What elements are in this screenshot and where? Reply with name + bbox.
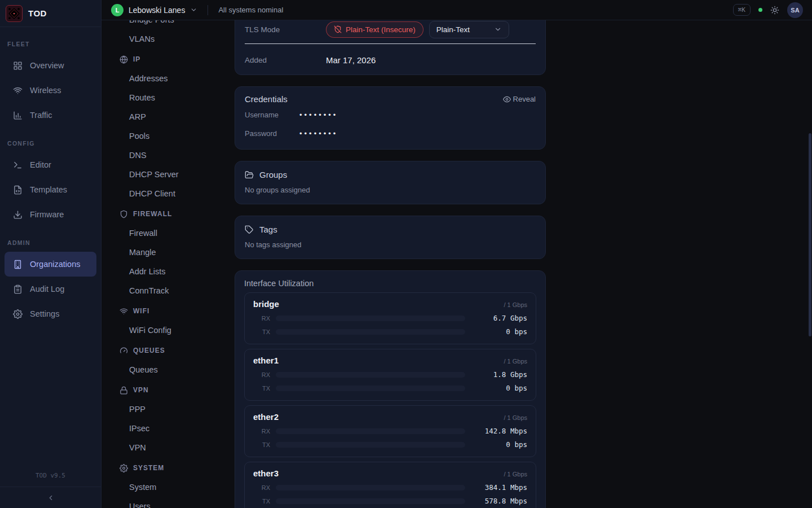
health-dot-icon bbox=[758, 8, 762, 12]
sidebar-item-overview[interactable]: Overview bbox=[5, 53, 96, 78]
groups-card: Groups No groups assigned bbox=[235, 161, 546, 204]
wifi-icon bbox=[13, 86, 23, 95]
subnav-item-vlans[interactable]: VLANs bbox=[120, 29, 235, 49]
nav-section-admin: ADMIN bbox=[0, 236, 101, 252]
nav-section-fleet: FLEET bbox=[0, 37, 101, 53]
globe-icon bbox=[120, 55, 128, 64]
subnav-item-dhcp-server[interactable]: DHCP Server bbox=[120, 165, 235, 184]
subnav-section-queues: QUEUES bbox=[120, 341, 235, 360]
subnav-item-wifi-config[interactable]: WiFi Config bbox=[120, 321, 235, 340]
download-icon bbox=[13, 210, 23, 220]
chevron-left-icon bbox=[47, 494, 55, 502]
subnav-item-queues[interactable]: Queues bbox=[120, 360, 235, 379]
tags-empty-text: No tags assigned bbox=[245, 240, 536, 249]
main-area: L Lebowski Lanes All systems nominal ⌘K … bbox=[102, 0, 812, 508]
tx-bar-track bbox=[276, 386, 465, 391]
lock-icon bbox=[120, 386, 128, 395]
theme-toggle-sun-icon[interactable] bbox=[770, 6, 779, 15]
tx-value: 578.8 Mbps bbox=[471, 497, 527, 505]
building-icon bbox=[13, 260, 23, 269]
brand-name: TOD bbox=[28, 8, 47, 18]
chart-icon bbox=[13, 111, 23, 120]
rx-value: 6.7 Gbps bbox=[471, 314, 527, 322]
subnav-item-conntrack[interactable]: ConnTrack bbox=[120, 281, 235, 300]
chevron-down-icon bbox=[190, 6, 197, 14]
sidebar-item-settings[interactable]: Settings bbox=[5, 301, 96, 326]
sidebar-item-organizations[interactable]: Organizations bbox=[5, 252, 96, 277]
subnav-section-vpn: VPN bbox=[120, 380, 235, 400]
sidebar-item-templates[interactable]: Templates bbox=[5, 177, 96, 202]
org-switcher[interactable]: L Lebowski Lanes bbox=[111, 4, 197, 16]
subnav-item-dns[interactable]: DNS bbox=[120, 146, 235, 165]
password-masked-value: •••••••• bbox=[299, 129, 338, 138]
username-masked-value: •••••••• bbox=[299, 111, 338, 119]
tx-value: 0 bps bbox=[471, 327, 527, 336]
rx-bar-track bbox=[276, 428, 465, 434]
reveal-credentials-button[interactable]: Reveal bbox=[503, 95, 536, 103]
capacity-label: / 1 Gbps bbox=[504, 414, 527, 421]
tags-card: Tags No tags assigned bbox=[235, 216, 546, 259]
username-label: Username bbox=[245, 111, 299, 119]
command-palette-shortcut[interactable]: ⌘K bbox=[733, 4, 751, 16]
content-area: Bridge Ports VLANs IP Addresses Routes A… bbox=[102, 20, 812, 508]
interface-utilization-title: Interface Utilization bbox=[244, 279, 536, 288]
interface-row-ether1: ether1 / 1 Gbps RX 1.8 Gbps TX 0 bps bbox=[244, 349, 536, 401]
rx-label: RX bbox=[253, 428, 270, 435]
subnav-item-system[interactable]: System bbox=[120, 478, 235, 497]
clipboard-icon bbox=[13, 284, 23, 294]
sidebar-footer: TOD v9.5 bbox=[0, 472, 101, 508]
subnav-item-ppp[interactable]: PPP bbox=[120, 400, 235, 419]
eye-icon bbox=[503, 95, 511, 103]
subnav-item-routes[interactable]: Routes bbox=[120, 88, 235, 107]
subnav-item-firewall[interactable]: Firewall bbox=[120, 224, 235, 243]
subnav-item-bridge-ports[interactable]: Bridge Ports bbox=[120, 20, 235, 29]
rx-bar-track bbox=[276, 485, 465, 491]
wifi-icon bbox=[120, 307, 128, 316]
subnav-section-system: SYSTEM bbox=[120, 458, 235, 478]
topbar: L Lebowski Lanes All systems nominal ⌘K … bbox=[102, 0, 812, 20]
tx-label: TX bbox=[253, 329, 270, 335]
sidebar-item-wireless[interactable]: Wireless bbox=[5, 78, 96, 103]
terminal-icon bbox=[13, 160, 23, 170]
sidebar-collapse-button[interactable] bbox=[0, 487, 101, 508]
sidebar-item-firmware[interactable]: Firmware bbox=[5, 202, 96, 227]
credentials-card: Credentials Reveal Username •••••••• Pas… bbox=[235, 86, 546, 150]
rx-value: 142.8 Mbps bbox=[471, 427, 527, 435]
subnav-item-pools[interactable]: Pools bbox=[120, 126, 235, 146]
sidebar-item-editor[interactable]: Editor bbox=[5, 152, 96, 177]
system-status-text: All systems nominal bbox=[218, 6, 283, 14]
rx-value: 1.8 Gbps bbox=[471, 370, 527, 379]
sidebar-item-traffic[interactable]: Traffic bbox=[5, 103, 96, 128]
device-subnav: Bridge Ports VLANs IP Addresses Routes A… bbox=[102, 20, 235, 508]
subnav-item-users[interactable]: Users bbox=[120, 497, 235, 508]
tls-mode-select[interactable]: Plain-Text bbox=[429, 21, 509, 38]
primary-sidebar: TOD FLEET Overview Wireless Traffic CONF… bbox=[0, 0, 102, 508]
tx-value: 0 bps bbox=[471, 440, 527, 449]
user-avatar[interactable]: SA bbox=[787, 2, 803, 18]
capacity-label: / 1 Gbps bbox=[504, 471, 527, 478]
rx-value: 384.1 Mbps bbox=[471, 483, 527, 492]
nav-section-config: CONFIG bbox=[0, 137, 101, 152]
brand-header: TOD bbox=[0, 0, 101, 27]
primary-nav: FLEET Overview Wireless Traffic CONFIG E… bbox=[0, 27, 101, 326]
subnav-item-arp[interactable]: ARP bbox=[120, 107, 235, 126]
subnav-section-wifi: WIFI bbox=[120, 301, 235, 321]
subnav-item-addr-lists[interactable]: Addr Lists bbox=[120, 262, 235, 281]
shield-icon bbox=[120, 210, 128, 218]
tls-insecure-badge: Plain-Text (Insecure) bbox=[326, 21, 423, 38]
page-scrollbar-thumb[interactable] bbox=[809, 133, 811, 336]
interface-row-bridge: bridge / 1 Gbps RX 6.7 Gbps TX 0 bps bbox=[244, 292, 536, 344]
subnav-item-addresses[interactable]: Addresses bbox=[120, 69, 235, 88]
subnav-item-vpn[interactable]: VPN bbox=[120, 438, 235, 457]
rx-label: RX bbox=[253, 315, 270, 322]
rx-bar-track bbox=[276, 316, 465, 321]
tx-label: TX bbox=[253, 441, 270, 448]
subnav-item-mangle[interactable]: Mangle bbox=[120, 243, 235, 262]
sidebar-item-audit-log[interactable]: Audit Log bbox=[5, 277, 96, 301]
gauge-icon bbox=[120, 347, 128, 355]
folder-icon bbox=[245, 170, 254, 179]
tls-mode-label: TLS Mode bbox=[245, 25, 326, 34]
subnav-item-ipsec[interactable]: IPsec bbox=[120, 419, 235, 438]
subnav-item-dhcp-client[interactable]: DHCP Client bbox=[120, 184, 235, 203]
tx-label: TX bbox=[253, 385, 270, 392]
